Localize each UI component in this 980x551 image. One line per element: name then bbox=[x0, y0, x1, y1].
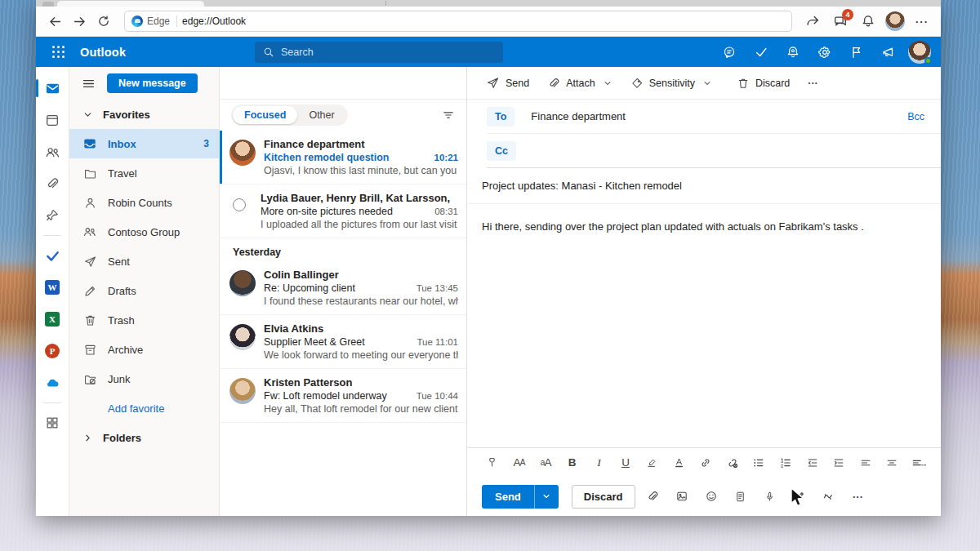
collapse-pane-icon[interactable] bbox=[78, 73, 99, 94]
folders-header[interactable]: Folders bbox=[69, 423, 219, 452]
list-item-email[interactable]: Colin Ballinger Re: Upcoming client Tue … bbox=[220, 261, 466, 315]
browser-active-tab[interactable] bbox=[57, 1, 204, 7]
send-command[interactable]: Send bbox=[479, 71, 537, 96]
header-actions bbox=[717, 41, 931, 64]
align-left-icon[interactable] bbox=[853, 451, 878, 474]
font-color-icon[interactable] bbox=[666, 451, 691, 474]
rail-more-apps-icon[interactable] bbox=[36, 409, 69, 437]
indent-icon[interactable] bbox=[826, 451, 851, 474]
address-bar[interactable]: Edge edge://Outlook bbox=[124, 11, 792, 32]
back-button[interactable] bbox=[44, 11, 65, 32]
more-formatting-icon[interactable] bbox=[906, 451, 931, 474]
refresh-button[interactable] bbox=[93, 11, 114, 32]
emoji-icon[interactable] bbox=[699, 485, 724, 508]
app-launcher-icon[interactable] bbox=[46, 41, 72, 64]
underline-icon[interactable]: U bbox=[613, 451, 638, 474]
send-button[interactable]: Send bbox=[482, 485, 534, 509]
forward-button[interactable] bbox=[69, 11, 90, 32]
bullet-list-icon[interactable] bbox=[746, 451, 771, 474]
attach-command[interactable]: Attach bbox=[540, 71, 619, 96]
add-favorite-link[interactable]: Add favorite bbox=[69, 393, 219, 423]
send-icon bbox=[486, 76, 500, 90]
email-subject: Supplier Meet & Greet bbox=[264, 336, 410, 348]
more-commands-icon[interactable]: ··· bbox=[800, 71, 826, 96]
more-options-icon[interactable]: ··· bbox=[846, 485, 871, 508]
teams-chat-icon[interactable] bbox=[717, 41, 742, 64]
sidebar-item-travel[interactable]: Travel bbox=[69, 158, 219, 188]
favorites-header[interactable]: Favorites bbox=[69, 100, 219, 129]
chat-notifications-icon[interactable]: 4 bbox=[830, 11, 851, 32]
inbox-icon bbox=[82, 136, 97, 151]
feedback-megaphone-icon[interactable] bbox=[876, 41, 901, 64]
folder-label: Trash bbox=[108, 314, 135, 327]
sidebar-item-drafts[interactable]: Drafts bbox=[69, 276, 219, 305]
remove-link-icon[interactable] bbox=[720, 451, 745, 474]
share-icon[interactable] bbox=[802, 11, 823, 32]
browser-tab[interactable] bbox=[42, 2, 54, 7]
tab-focused[interactable]: Focused bbox=[233, 106, 297, 124]
rail-mail-icon[interactable] bbox=[36, 74, 69, 102]
notifications-bell-icon[interactable] bbox=[781, 41, 805, 64]
to-button[interactable]: To bbox=[487, 107, 514, 127]
send-options-chevron-icon[interactable] bbox=[534, 485, 559, 509]
rail-people-icon[interactable] bbox=[36, 138, 69, 166]
my-day-check-icon[interactable] bbox=[749, 41, 773, 64]
italic-icon[interactable]: I bbox=[587, 451, 612, 474]
message-body-editor[interactable]: Hi there, sending over the project plan … bbox=[467, 204, 941, 447]
templates-icon[interactable] bbox=[728, 485, 753, 508]
new-message-button[interactable]: New message bbox=[107, 73, 198, 93]
site-badge[interactable]: Edge bbox=[131, 16, 177, 27]
rail-word-icon[interactable]: W bbox=[36, 273, 69, 301]
list-item-email[interactable]: Kristen Patterson Fw: Loft remodel under… bbox=[220, 369, 466, 423]
list-item-email[interactable]: Lydia Bauer, Henry Brill, Kat Larsson, M… bbox=[220, 184, 466, 238]
rail-todo-icon[interactable] bbox=[36, 242, 69, 269]
to-field-row: To Finance department Bcc bbox=[487, 100, 941, 134]
discard-command[interactable]: Discard bbox=[729, 71, 797, 96]
sensitivity-command[interactable]: Sensitivity bbox=[623, 71, 719, 96]
font-icon[interactable]: AA bbox=[507, 451, 532, 474]
font-size-icon[interactable]: aA bbox=[533, 451, 558, 474]
rail-attachments-icon[interactable] bbox=[36, 170, 69, 198]
highlight-icon[interactable] bbox=[640, 451, 665, 474]
rail-powerpoint-icon[interactable]: P bbox=[36, 337, 69, 365]
rail-pin-icon[interactable] bbox=[36, 202, 69, 229]
rail-calendar-icon[interactable] bbox=[36, 106, 69, 134]
rail-excel-icon[interactable]: X bbox=[36, 305, 69, 333]
sidebar-item-sent[interactable]: Sent bbox=[69, 247, 219, 276]
dictate-mic-icon[interactable] bbox=[758, 485, 782, 508]
bell-icon[interactable] bbox=[858, 11, 879, 32]
rail-onedrive-icon[interactable] bbox=[36, 369, 69, 397]
editor-icon[interactable] bbox=[817, 485, 841, 508]
sidebar-item-inbox[interactable]: Inbox 3 bbox=[69, 129, 219, 158]
read-circle-icon[interactable] bbox=[233, 198, 246, 211]
filter-icon[interactable] bbox=[442, 109, 455, 122]
tab-other[interactable]: Other bbox=[297, 106, 345, 124]
browser-more-icon[interactable]: ··· bbox=[911, 11, 933, 32]
list-item-email[interactable]: Elvia Atkins Supplier Meet & Greet Tue 1… bbox=[220, 315, 466, 369]
settings-gear-icon[interactable] bbox=[813, 41, 837, 64]
bcc-link[interactable]: Bcc bbox=[907, 111, 924, 122]
numbered-list-icon[interactable] bbox=[773, 451, 798, 474]
subject-field[interactable]: Project updates: Manasi - Kitchen remode… bbox=[467, 168, 941, 204]
outdent-icon[interactable] bbox=[800, 451, 825, 474]
flag-icon[interactable] bbox=[844, 41, 869, 64]
cc-button[interactable]: Cc bbox=[487, 141, 516, 161]
sidebar-item-trash[interactable]: Trash bbox=[69, 305, 219, 335]
align-center-icon[interactable] bbox=[880, 451, 905, 474]
sidebar-item-contoso-group[interactable]: Contoso Group bbox=[69, 217, 219, 247]
bold-icon[interactable]: B bbox=[560, 451, 585, 474]
profile-avatar[interactable] bbox=[908, 41, 931, 64]
link-icon[interactable] bbox=[693, 451, 718, 474]
sidebar-item-robin-counts[interactable]: Robin Counts bbox=[69, 188, 219, 217]
format-painter-icon[interactable] bbox=[480, 451, 505, 474]
discard-button[interactable]: Discard bbox=[572, 485, 635, 509]
browser-profile-avatar[interactable] bbox=[885, 11, 905, 31]
sidebar-item-junk[interactable]: Junk bbox=[69, 364, 219, 393]
browser-tab-strip[interactable] bbox=[36, 0, 941, 7]
list-item-email[interactable]: Finance department Kitchen remodel quest… bbox=[220, 131, 466, 184]
sidebar-item-archive[interactable]: Archive bbox=[69, 335, 219, 364]
attach-file-icon[interactable] bbox=[640, 485, 665, 508]
search-input[interactable]: Search bbox=[255, 42, 503, 63]
insert-image-icon[interactable] bbox=[670, 485, 694, 508]
to-recipient[interactable]: Finance department bbox=[531, 110, 626, 122]
